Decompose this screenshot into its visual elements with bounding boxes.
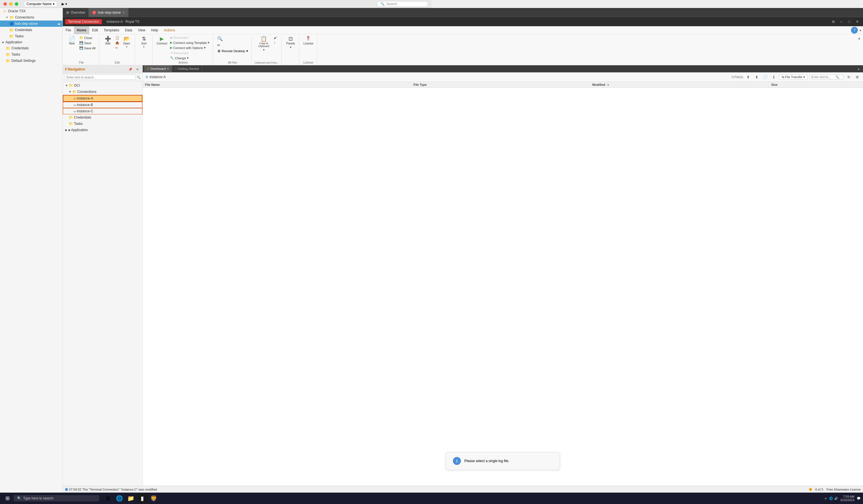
ribbon-reconnect-btn[interactable]: ↺ Reconnect <box>169 50 211 55</box>
tasks-label: Tasks <box>15 34 24 38</box>
ribbon-connect-btn[interactable]: ▶ Connect <box>155 35 168 46</box>
license-group-label: License <box>302 61 314 65</box>
nav-tree: ▼ 📁 OCI ▼ 📁 Connections ▭ instance-A ▭ i… <box>63 81 142 252</box>
clipboard-icon: 📋 <box>261 36 267 41</box>
menu-data[interactable]: Data <box>122 26 135 34</box>
tab-close-btn[interactable]: ✕ <box>123 11 125 14</box>
ribbon-save-all-btn[interactable]: 💾 Save All <box>78 46 97 50</box>
remote-desktop-chevron-icon: ▾ <box>246 49 248 53</box>
mac-minimize-btn[interactable] <box>9 2 13 6</box>
ribbon-open-btn[interactable]: 📂 Open ▾ <box>121 35 133 49</box>
tree-application[interactable]: ▶ ◆ Application <box>63 127 142 133</box>
sidebar-item-app-credentials[interactable]: 📁 Credentials <box>0 45 62 51</box>
sidebar-item-application[interactable]: ▶ Application <box>0 39 62 45</box>
ribbon-clipboard-small-btn1[interactable]: 🖌 <box>273 35 278 40</box>
adhoc-group-label: Ad Hoc <box>216 61 249 65</box>
tree-tasks[interactable]: 📁 Tasks <box>63 120 142 127</box>
mac-maximize-btn[interactable] <box>15 2 18 6</box>
tree-credentials[interactable]: 📁 Credentials <box>63 114 142 120</box>
app-credentials-folder-icon: 📁 <box>6 46 10 50</box>
search-bar[interactable]: 🔍 Search <box>377 1 428 7</box>
ribbon-license-btn[interactable]: 🎖 License <box>302 35 314 46</box>
ribbon-paste-btn[interactable]: 📥 <box>114 40 121 45</box>
nav-close-btn[interactable]: ✕ <box>134 66 140 72</box>
ribbon-search-btn[interactable]: 🔍 <box>216 35 224 42</box>
menu-templates[interactable]: Templates <box>101 26 122 34</box>
mac-titlebar: Computer Name ▾ ▶ ▾ 🔍 Search <box>0 0 432 8</box>
instance-c-icon: ▭ <box>73 110 76 113</box>
menu-home[interactable]: Home <box>74 26 89 34</box>
ribbon-disconnect-btn[interactable]: ■ Disconnect <box>169 35 211 40</box>
ribbon-connect-template-btn[interactable]: ▶ Connect using Template ▾ <box>169 40 211 45</box>
ribbon-sort-btn[interactable]: ⇅ Sort ▾ <box>138 35 150 49</box>
tree-oci[interactable]: ▼ 📁 OCI <box>63 82 142 89</box>
instance-c-label: instance-C <box>77 109 93 113</box>
dashboard-close-icon[interactable]: ✕ <box>167 67 169 70</box>
sidebar-item-tasks[interactable]: 📁 Tasks <box>0 33 62 39</box>
ribbon-cut-btn[interactable]: ✂ <box>114 46 121 50</box>
tasks-nav-label: Tasks <box>74 122 83 126</box>
play-button[interactable]: ▶ ▾ <box>62 2 67 6</box>
menu-view[interactable]: View <box>135 26 148 34</box>
ribbon-close-btn[interactable]: 📁 Close <box>78 35 97 40</box>
ribbon-add-btn[interactable]: ➕ Add <box>102 35 114 46</box>
ribbon-change-btn[interactable]: 🔧 Change ▾ <box>169 55 211 61</box>
change-chevron-icon: ▾ <box>187 56 189 60</box>
sidebar-item-default-settings[interactable]: 📁 Default Settings <box>0 57 62 64</box>
warning-icon: ⚠ <box>2 9 7 13</box>
tree-instance-a[interactable]: ▭ instance-A <box>63 95 142 102</box>
chevron-down-icon: ▾ <box>53 2 54 6</box>
nav-search-input[interactable] <box>64 75 136 80</box>
ribbon-clipboard-small-btn2[interactable]: ↕ <box>273 40 278 45</box>
save-icon: 💾 <box>79 41 83 45</box>
app-icon: ◆ <box>68 129 70 131</box>
tab-hub-step-stone[interactable]: ✕ hub-step-stone ✕ <box>89 8 128 17</box>
menu-edit[interactable]: Edit <box>89 26 101 34</box>
ribbon-file-small-group: 📁 Close 💾 Save 💾 Save All <box>78 35 97 50</box>
sidebar-item-app-tasks[interactable]: 📁 Tasks <box>0 51 62 57</box>
change-icon: 🔧 <box>170 56 174 60</box>
main-area: ⊞ Overview ✕ hub-step-stone ✕ Terminal C… <box>63 8 432 252</box>
computer-name-dropdown[interactable]: Computer Name ▾ <box>24 1 57 7</box>
window-titlebar: Terminal Connection instance-A · Royal T… <box>63 17 432 26</box>
hub-icon: 🔵 <box>9 21 14 26</box>
grid-icon: ⊞ <box>66 11 69 14</box>
sub-tab-dashboard[interactable]: ⊙ Dashboard ✕ <box>144 65 172 72</box>
ribbon-copy-btn[interactable]: 📋 <box>114 35 121 40</box>
ribbon-new-btn[interactable]: 📄 New <box>66 35 78 46</box>
sidebar-item-hub-step-stone[interactable]: 🔵 hub-step-stone ⏏ <box>0 21 62 27</box>
new-icon: 📄 <box>69 36 75 41</box>
chevron-down-icon: ▼ <box>65 84 68 87</box>
ribbon-copy-clipboard-btn[interactable]: 📋 Copy to Clipboard ▾ <box>255 35 272 52</box>
computer-name-label: Computer Name <box>27 2 52 6</box>
tree-instance-b[interactable]: ▭ instance-B <box>63 102 142 108</box>
ribbon-group-adhoc: 🔍 ✏ 🖥 Remote Desktop ▾ Ad Hoc <box>214 35 252 65</box>
remote-desktop-selector[interactable]: 🖥 Remote Desktop ▾ <box>216 49 249 54</box>
sidebar-item-oracle-tsx[interactable]: ⚠ Oracle TSX <box>0 8 62 14</box>
ribbon-group-panels: ⊡ Panels ▾ <box>282 35 299 65</box>
menu-help[interactable]: Help <box>148 26 161 34</box>
connect-options-icon: ▶ <box>170 46 172 50</box>
menu-actions[interactable]: Actions <box>161 26 178 34</box>
clipboard-small-icon2: ↕ <box>274 41 275 44</box>
reconnect-icon: ↺ <box>170 51 173 55</box>
content-row: ℹ Navigation 📌 ✕ 🔍 ▼ 📁 OCI ▼ <box>63 65 432 252</box>
ribbon-edit-adhoc-btn[interactable]: ✏ <box>216 42 222 48</box>
file-path: 🖥 instance-A <box>145 75 166 79</box>
ribbon-panels-btn[interactable]: ⊡ Panels ▾ <box>285 35 296 50</box>
tree-instance-c[interactable]: ▭ instance-C <box>63 108 142 114</box>
sidebar-item-connections[interactable]: ▼ 📁 Connections <box>0 14 62 21</box>
tab-overview[interactable]: ⊞ Overview <box>63 8 89 17</box>
sidebar-item-credentials[interactable]: 📁 Credentials <box>0 27 62 33</box>
tree-connections[interactable]: ▼ 📁 Connections <box>63 89 142 95</box>
menu-file[interactable]: File <box>63 26 74 34</box>
sub-tab-getting-started[interactable]: ? Getting Started <box>172 65 202 72</box>
mac-close-btn[interactable] <box>3 2 7 6</box>
options-chevron-icon: ▾ <box>204 46 206 50</box>
add-icon: ➕ <box>105 36 111 41</box>
nav-pin-btn[interactable]: 📌 <box>127 66 133 72</box>
sort-chevron-icon: ▾ <box>143 46 145 48</box>
ribbon-save-btn[interactable]: 💾 Save <box>78 40 97 45</box>
ribbon-group-edit: ➕ Add 📋 📥 ✂ 📂 Open <box>100 35 135 65</box>
ribbon-connect-options-btn[interactable]: ▶ Connect with Options ▾ <box>169 45 211 50</box>
